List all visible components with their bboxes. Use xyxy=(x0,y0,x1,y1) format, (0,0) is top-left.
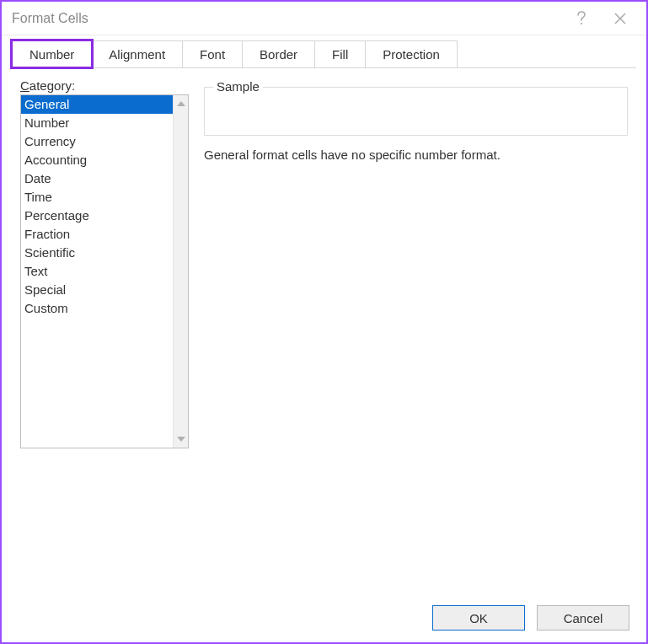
category-label: Category: xyxy=(20,78,189,93)
category-item[interactable]: General xyxy=(21,95,173,114)
category-description: General format cells have no specific nu… xyxy=(204,148,628,162)
cancel-button[interactable]: Cancel xyxy=(537,605,629,631)
scrollbar[interactable] xyxy=(173,95,188,448)
tab-border[interactable]: Border xyxy=(242,40,315,67)
category-item[interactable]: Text xyxy=(21,262,173,281)
dialog-body: Category: GeneralNumberCurrencyAccountin… xyxy=(2,68,646,593)
help-icon xyxy=(576,11,586,26)
format-cells-dialog: Format Cells NumberAlignmentFontBorderFi… xyxy=(0,0,648,644)
tab-fill[interactable]: Fill xyxy=(314,40,366,67)
category-item[interactable]: Currency xyxy=(21,132,173,151)
chevron-down-icon xyxy=(177,437,185,442)
details-column: Sample General format cells have no spec… xyxy=(204,78,628,593)
category-item[interactable]: Special xyxy=(21,281,173,299)
close-button[interactable] xyxy=(601,2,640,35)
category-item[interactable]: Fraction xyxy=(21,225,173,244)
ok-button[interactable]: OK xyxy=(432,605,525,631)
tab-font[interactable]: Font xyxy=(182,40,243,67)
category-listbox[interactable]: GeneralNumberCurrencyAccountingDateTimeP… xyxy=(20,94,189,448)
tab-protection[interactable]: Protection xyxy=(365,40,458,67)
category-item[interactable]: Number xyxy=(21,114,173,132)
category-column: Category: GeneralNumberCurrencyAccountin… xyxy=(20,78,189,593)
chevron-up-icon xyxy=(177,101,185,106)
category-item[interactable]: Scientific xyxy=(21,244,173,262)
svg-point-0 xyxy=(581,22,582,24)
tab-number[interactable]: Number xyxy=(12,40,92,67)
sample-value xyxy=(205,88,627,103)
dialog-footer: OK Cancel xyxy=(2,593,646,642)
sample-legend: Sample xyxy=(213,79,263,94)
category-item[interactable]: Time xyxy=(21,188,173,207)
close-icon xyxy=(614,13,626,24)
help-button[interactable] xyxy=(562,2,601,35)
sample-box: Sample xyxy=(204,87,628,136)
category-item[interactable]: Custom xyxy=(21,299,173,318)
scroll-down-button[interactable] xyxy=(174,431,188,448)
dialog-title: Format Cells xyxy=(12,11,88,26)
category-item[interactable]: Accounting xyxy=(21,151,173,169)
tab-strip: NumberAlignmentFontBorderFillProtection xyxy=(2,40,646,68)
category-item[interactable]: Date xyxy=(21,169,173,188)
tab-alignment[interactable]: Alignment xyxy=(91,40,183,67)
category-item[interactable]: Percentage xyxy=(21,207,173,225)
scroll-up-button[interactable] xyxy=(174,95,188,112)
titlebar: Format Cells xyxy=(2,2,646,35)
